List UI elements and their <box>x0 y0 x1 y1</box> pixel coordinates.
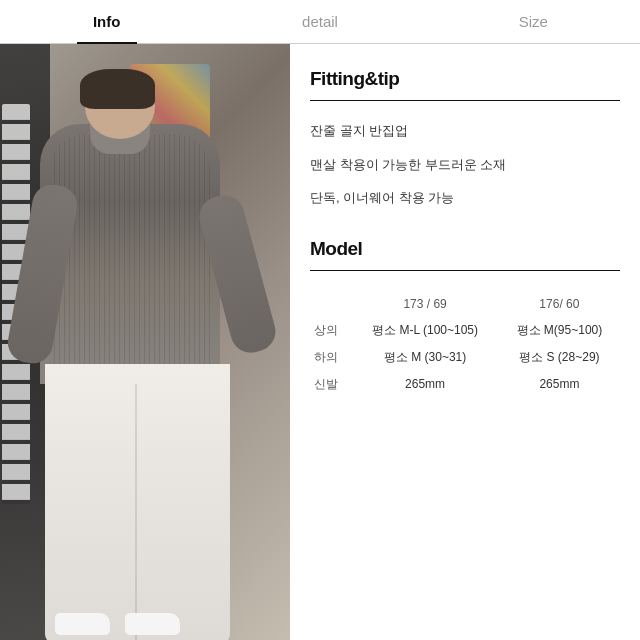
row-1-col1: 평소 M-L (100~105) <box>351 317 498 344</box>
model-section: Model 173 / 69 176/ 60 상의 평소 M-L (100~10… <box>310 238 620 398</box>
model-table-header: 173 / 69 176/ 60 <box>310 291 620 317</box>
fitting-title: Fitting&tip <box>310 68 620 90</box>
table-row: 하의 평소 M (30~31) 평소 S (28~29) <box>310 344 620 371</box>
row-3-label: 신발 <box>310 371 351 398</box>
tab-detail[interactable]: detail <box>213 0 426 44</box>
tab-info[interactable]: Info <box>0 0 213 44</box>
tip-1: 잔줄 골지 반집업 <box>310 121 620 141</box>
tab-size[interactable]: Size <box>427 0 640 44</box>
col-1-header: 173 / 69 <box>351 291 498 317</box>
model-divider <box>310 270 620 271</box>
main-content: Fitting&tip 잔줄 골지 반집업 맨살 착용이 가능한 부드러운 소재… <box>0 44 640 640</box>
info-area: Fitting&tip 잔줄 골지 반집업 맨살 착용이 가능한 부드러운 소재… <box>290 44 640 640</box>
image-placeholder <box>0 44 290 640</box>
row-3-col1: 265mm <box>351 371 498 398</box>
tip-3: 단독, 이너웨어 착용 가능 <box>310 188 620 208</box>
tip-2: 맨살 착용이 가능한 부드러운 소재 <box>310 155 620 175</box>
row-1-label: 상의 <box>310 317 351 344</box>
model-table: 173 / 69 176/ 60 상의 평소 M-L (100~105) 평소 … <box>310 291 620 398</box>
col-2-header: 176/ 60 <box>499 291 620 317</box>
row-2-col2: 평소 S (28~29) <box>499 344 620 371</box>
fitting-section: Fitting&tip 잔줄 골지 반집업 맨살 착용이 가능한 부드러운 소재… <box>310 68 620 208</box>
tab-bar: Info detail Size <box>0 0 640 44</box>
row-1-col2: 평소 M(95~100) <box>499 317 620 344</box>
product-image <box>0 44 290 640</box>
row-2-col1: 평소 M (30~31) <box>351 344 498 371</box>
fitting-divider <box>310 100 620 101</box>
col-label-header <box>310 291 351 317</box>
row-3-col2: 265mm <box>499 371 620 398</box>
table-row: 신발 265mm 265mm <box>310 371 620 398</box>
model-title: Model <box>310 238 620 260</box>
table-row: 상의 평소 M-L (100~105) 평소 M(95~100) <box>310 317 620 344</box>
row-2-label: 하의 <box>310 344 351 371</box>
